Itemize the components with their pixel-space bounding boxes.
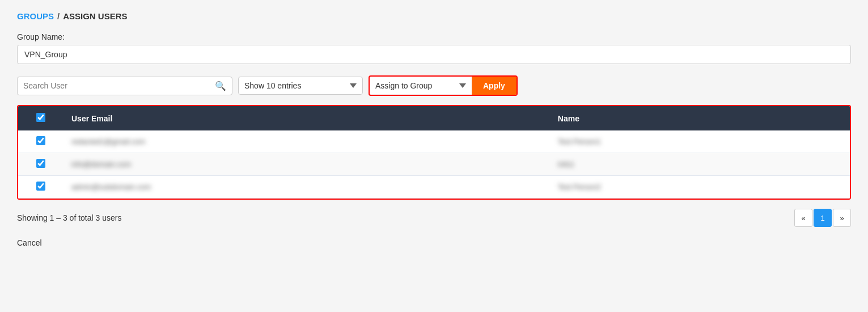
footer-bar: Showing 1 – 3 of total 3 users « 1 » <box>17 209 851 227</box>
group-name-label: Group Name: <box>17 32 851 41</box>
row-email: redacted1@gmail.com <box>63 130 550 153</box>
search-icon[interactable]: 🔍 <box>215 81 226 91</box>
breadcrumb-current: ASSIGN USERS <box>63 11 127 21</box>
breadcrumb-separator: / <box>57 11 60 21</box>
cancel-link[interactable]: Cancel <box>17 238 42 247</box>
group-name-section: Group Name: <box>17 32 851 64</box>
search-container: 🔍 <box>17 77 232 95</box>
table-row: admin@subdomain.com Test Person2 <box>18 176 850 199</box>
pagination-next[interactable]: » <box>833 209 851 227</box>
table-header-email: User Email <box>63 106 550 130</box>
entries-select[interactable]: Show 10 entries Show 25 entries Show 50 … <box>238 77 363 95</box>
row-checkbox-cell[interactable] <box>18 176 63 199</box>
users-table: User Email Name redacted1@gmail.com Test… <box>18 106 850 199</box>
select-all-checkbox[interactable] <box>36 113 45 122</box>
assign-group-select[interactable]: Assign to Group <box>370 77 472 94</box>
row-checkbox[interactable] <box>36 136 45 145</box>
row-name: Info1 <box>550 153 850 176</box>
row-checkbox-cell[interactable] <box>18 130 63 153</box>
table-header-checkbox[interactable] <box>18 106 63 130</box>
row-email: info@domain.com <box>63 153 550 176</box>
table-header-name: Name <box>550 106 850 130</box>
pagination-prev[interactable]: « <box>794 209 812 227</box>
table-header-row: User Email Name <box>18 106 850 130</box>
row-name: Test Person2 <box>550 176 850 199</box>
table-row: redacted1@gmail.com Test Person1 <box>18 130 850 153</box>
breadcrumb: GROUPS / ASSIGN USERS <box>17 11 851 21</box>
pagination: « 1 » <box>794 209 851 227</box>
table-row: info@domain.com Info1 <box>18 153 850 176</box>
row-email: admin@subdomain.com <box>63 176 550 199</box>
group-name-input[interactable] <box>17 45 851 64</box>
row-checkbox[interactable] <box>36 182 45 191</box>
toolbar: 🔍 Show 10 entries Show 25 entries Show 5… <box>17 75 851 96</box>
row-checkbox[interactable] <box>36 159 45 168</box>
search-input[interactable] <box>23 81 215 90</box>
assign-group-wrapper: Assign to Group Apply <box>369 75 518 96</box>
row-name: Test Person1 <box>550 130 850 153</box>
pagination-page-1[interactable]: 1 <box>814 209 832 227</box>
apply-button[interactable]: Apply <box>472 77 516 95</box>
showing-text: Showing 1 – 3 of total 3 users <box>17 213 121 222</box>
breadcrumb-groups[interactable]: GROUPS <box>17 11 54 21</box>
row-checkbox-cell[interactable] <box>18 153 63 176</box>
users-table-container: User Email Name redacted1@gmail.com Test… <box>17 105 851 200</box>
